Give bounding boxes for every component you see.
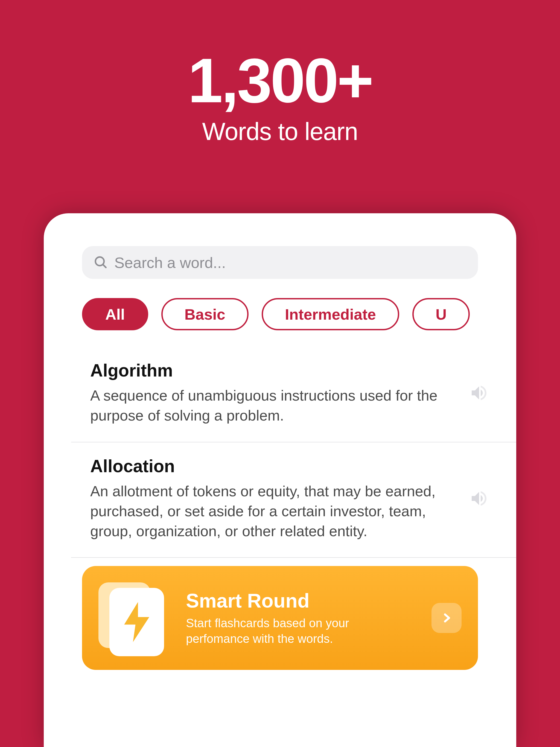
word-definition: A sequence of unambiguous instructions u… — [90, 386, 458, 426]
chevron-right-icon[interactable] — [432, 603, 462, 633]
speaker-icon[interactable] — [469, 489, 489, 508]
divider — [71, 557, 516, 558]
promo-title: Smart Round — [186, 590, 415, 612]
filter-chip-all[interactable]: All — [82, 298, 148, 330]
app-card: All Basic Intermediate U Algorithm A seq… — [44, 213, 516, 747]
promo-subtitle: Start flashcards based on your perfomanc… — [186, 615, 415, 646]
word-list: Algorithm A sequence of unambiguous inst… — [44, 347, 516, 670]
filter-chip-intermediate[interactable]: Intermediate — [262, 298, 399, 330]
word-entry[interactable]: Algorithm A sequence of unambiguous inst… — [90, 347, 489, 442]
search-icon — [93, 255, 108, 271]
hero-count: 1,300+ — [0, 49, 560, 112]
flashcard-icon — [98, 583, 170, 653]
svg-line-1 — [103, 264, 106, 267]
word-definition: An allotment of tokens or equity, that m… — [90, 481, 458, 541]
search-input[interactable] — [114, 254, 467, 272]
word-entry[interactable]: Allocation An allotment of tokens or equ… — [90, 442, 489, 558]
filter-chip-next[interactable]: U — [412, 298, 470, 330]
hero: 1,300+ Words to learn — [0, 0, 560, 146]
search-bar[interactable] — [82, 246, 478, 279]
hero-subtitle: Words to learn — [0, 118, 560, 146]
speaker-icon[interactable] — [469, 383, 489, 403]
smart-round-promo[interactable]: Smart Round Start flashcards based on yo… — [82, 566, 478, 670]
filter-chip-basic[interactable]: Basic — [161, 298, 249, 330]
word-term: Algorithm — [90, 360, 458, 381]
word-term: Allocation — [90, 456, 458, 476]
filter-chips: All Basic Intermediate U — [44, 298, 516, 330]
